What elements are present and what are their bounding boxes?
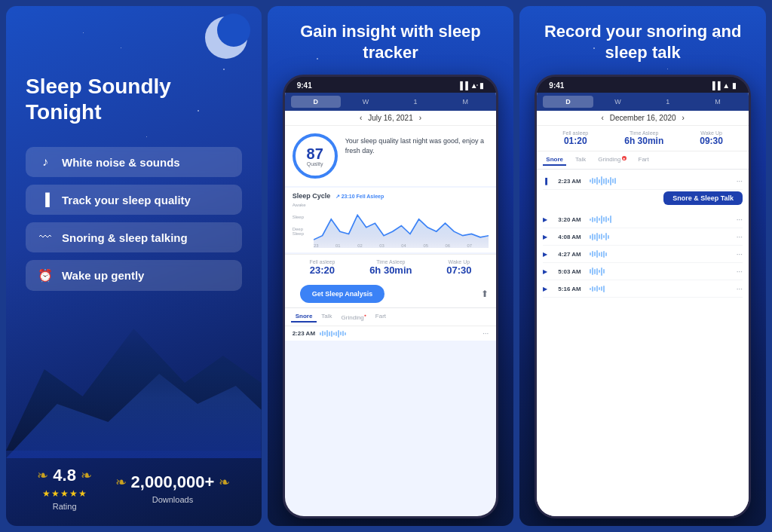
sleep-times-row: Fell asleep 01:20 Time Asleep 6h 30min W… bbox=[537, 126, 749, 151]
recording-item-5: ▶ 5:03 AM ··· bbox=[543, 263, 743, 280]
chart-svg-area: 23 01 02 03 04 05 06 07 bbox=[314, 203, 489, 248]
tab-fart-2[interactable]: Fart bbox=[371, 311, 391, 323]
waveform-5 bbox=[590, 266, 731, 277]
more-icon-1[interactable]: ··· bbox=[737, 177, 743, 185]
svg-text:06: 06 bbox=[445, 243, 449, 248]
quality-text: Your sleep quality last night was good, … bbox=[345, 133, 489, 155]
svg-text:03: 03 bbox=[379, 243, 384, 248]
share-icon[interactable]: ⬆ bbox=[481, 289, 489, 299]
feature-white-noise-text: White noise & sounds bbox=[62, 156, 180, 169]
more-icon-4[interactable]: ··· bbox=[737, 250, 743, 258]
tab-1-2[interactable]: 1 bbox=[391, 96, 440, 108]
tab-snore-2[interactable]: Snore bbox=[291, 311, 317, 323]
tab-w-2[interactable]: W bbox=[341, 96, 391, 108]
status-bar-3: 9:41 ▐▐ ▲ ▮ bbox=[537, 77, 749, 93]
svg-point-1 bbox=[217, 14, 250, 47]
quality-circle: 87 Quality bbox=[293, 133, 338, 179]
downloads-badge: ❧ 2,000,000+ ❧ bbox=[115, 472, 231, 492]
more-icon-2[interactable]: ··· bbox=[482, 329, 489, 338]
date-nav-3: ‹ December 16, 2020 › bbox=[537, 111, 749, 126]
laurel-right-2: ❧ bbox=[219, 474, 230, 491]
recording-time-5: 5:03 AM bbox=[558, 268, 585, 275]
arrow-right-3[interactable]: › bbox=[682, 114, 685, 122]
rating-label: Rating bbox=[53, 502, 77, 511]
fell-asleep-label-3: Fell asleep bbox=[562, 130, 588, 136]
date-display-2: July 16, 2021 bbox=[368, 114, 413, 122]
fell-asleep-label: Fell asleep bbox=[310, 259, 335, 264]
panel-2-heading: Gain insight with sleep tracker bbox=[283, 21, 499, 63]
wake-up-value: 07:30 bbox=[446, 264, 471, 276]
play-icon-4[interactable]: ▶ bbox=[543, 251, 553, 258]
wake-up-label-3: Wake Up bbox=[700, 130, 722, 136]
wake-up-label: Wake Up bbox=[449, 259, 470, 264]
downloads-value: 2,000,000+ bbox=[131, 472, 215, 492]
tab-m-3[interactable]: M bbox=[693, 96, 743, 108]
preview-waveform-2 bbox=[320, 330, 478, 338]
feature-list: ♪ White noise & sounds ▐ Track your slee… bbox=[26, 147, 242, 291]
snore-badge-container: Snore & Sleep Talk bbox=[543, 191, 743, 209]
time-asleep-label-3: Time Asleep bbox=[630, 130, 658, 136]
recording-item-2: ▶ 3:20 AM ··· bbox=[543, 211, 743, 228]
waveform-icon-1: ▐ bbox=[543, 178, 553, 185]
tab-w-3[interactable]: W bbox=[593, 96, 643, 108]
tab-grinding-2[interactable]: Grinding● bbox=[337, 311, 371, 323]
downloads-label: Downloads bbox=[152, 495, 193, 504]
more-icon-3[interactable]: ··· bbox=[737, 233, 743, 241]
tab-fart-3[interactable]: Fart bbox=[636, 154, 652, 166]
date-nav-2: ‹ July 16, 2021 › bbox=[285, 111, 497, 126]
more-icon-2[interactable]: ··· bbox=[737, 216, 743, 224]
panel-1: Sleep Soundly Tonight ♪ White noise & so… bbox=[6, 6, 262, 526]
arrow-left-2[interactable]: ‹ bbox=[360, 114, 362, 122]
feature-snoring: 〰 Snoring & sleep talking bbox=[26, 222, 242, 252]
date-display-3: December 16, 2020 bbox=[610, 114, 676, 122]
more-icon-6[interactable]: ··· bbox=[737, 285, 743, 293]
hero-title: Sleep Soundly Tonight bbox=[26, 74, 242, 124]
recording-time-1: 2:23 AM bbox=[558, 178, 585, 185]
star-rating: ★★★★★ bbox=[42, 488, 87, 499]
phone-mockup-3: 9:41 ▐▐ ▲ ▮ D W 1 M ‹ December 16, 2020 … bbox=[535, 75, 751, 518]
tab-d-2[interactable]: D bbox=[291, 96, 341, 108]
arrow-left-3[interactable]: ‹ bbox=[601, 114, 603, 122]
tab-1-3[interactable]: 1 bbox=[643, 96, 693, 108]
feature-snoring-text: Snoring & sleep talking bbox=[62, 231, 188, 244]
tab-snore-3[interactable]: Snore bbox=[543, 154, 566, 166]
recording-time-2: 3:20 AM bbox=[558, 216, 585, 223]
svg-text:01: 01 bbox=[335, 243, 340, 248]
time-asleep-label: Time Asleep bbox=[376, 259, 405, 264]
svg-text:02: 02 bbox=[357, 243, 362, 248]
tab-talk-3[interactable]: Talk bbox=[572, 154, 589, 166]
snore-sleep-badge: Snore & Sleep Talk bbox=[663, 191, 743, 205]
waveform-icon: 〰 bbox=[38, 231, 53, 244]
arrow-right-2[interactable]: › bbox=[419, 114, 421, 122]
play-icon-2[interactable]: ▶ bbox=[543, 216, 553, 223]
quality-label: Quality bbox=[307, 161, 323, 167]
tab-d-3[interactable]: D bbox=[543, 96, 593, 108]
play-icon-6[interactable]: ▶ bbox=[543, 286, 553, 292]
tab-talk-2[interactable]: Talk bbox=[317, 311, 336, 323]
tab-grinding-3[interactable]: Grinding● bbox=[595, 154, 629, 166]
recording-preview-2: 2:23 AM ··· bbox=[285, 326, 497, 341]
bottom-tabs-2: Snore Talk Grinding● Fart bbox=[285, 307, 497, 326]
svg-text:04: 04 bbox=[401, 243, 406, 248]
more-icon-5[interactable]: ··· bbox=[737, 268, 743, 276]
sleep-cycle-section: Sleep Cycle ↗ 23:10 Fell Asleep Awake Sl… bbox=[285, 188, 497, 252]
tab-bar-3: D W 1 M bbox=[537, 93, 749, 111]
laurel-left: ❧ bbox=[37, 467, 48, 484]
status-bar-2: 9:41 ▐▐ ▲ ▮ bbox=[285, 77, 497, 93]
svg-text:23: 23 bbox=[314, 243, 318, 248]
play-icon-3[interactable]: ▶ bbox=[543, 234, 553, 240]
chart-label-awake: Awake bbox=[293, 203, 314, 207]
snore-tabs: Snore Talk Grinding● Fart bbox=[537, 151, 749, 170]
feature-white-noise: ♪ White noise & sounds bbox=[26, 147, 242, 177]
time-asleep-item: Time Asleep 6h 30min bbox=[624, 130, 663, 146]
get-analysis-button[interactable]: Get Sleep Analysis bbox=[300, 285, 385, 303]
recording-item-4: ▶ 4:27 AM ··· bbox=[543, 246, 743, 263]
tab-m-2[interactable]: M bbox=[440, 96, 490, 108]
play-icon-5[interactable]: ▶ bbox=[543, 268, 553, 275]
analysis-row: Get Sleep Analysis ⬆ bbox=[285, 280, 497, 307]
phone-content-2: D W 1 M ‹ July 16, 2021 › 87 Quality You… bbox=[285, 93, 497, 516]
quality-section: 87 Quality Your sleep quality last night… bbox=[285, 126, 497, 186]
chart-label-sleep: Sleep bbox=[293, 215, 314, 219]
chart-labels: Awake Sleep Deep Sleep bbox=[293, 203, 314, 236]
status-icons-3: ▐▐ ▲ ▮ bbox=[709, 81, 737, 90]
